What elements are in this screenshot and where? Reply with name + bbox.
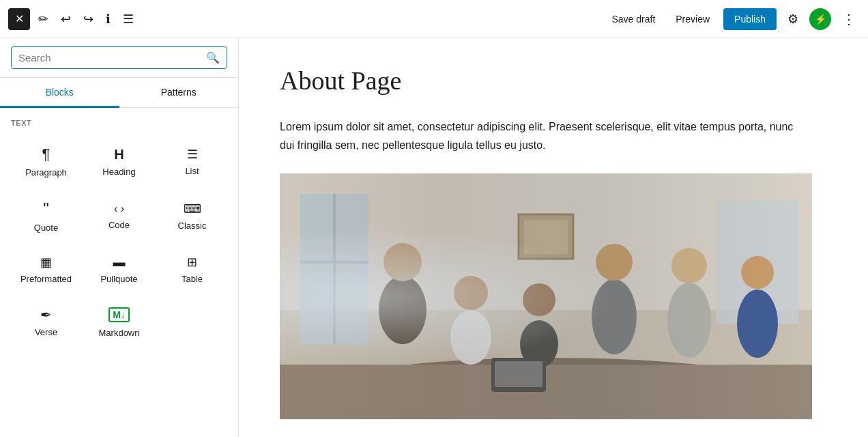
page-body-text: Lorem ipsum dolor sit amet, consectetur … [280,117,798,154]
table-label: Table [182,274,203,284]
main-layout: 🔍 Blocks Patterns TEXT ¶ Paragraph H Hea… [0,38,868,437]
redo-button[interactable]: ↪ [79,9,98,29]
list-label: List [185,166,199,176]
more-options-button[interactable]: ⋮ [838,8,860,30]
quote-label: Quote [34,223,58,233]
toolbar-right: Save draft Preview Publish ⚙ ⚡ ⋮ [605,8,860,30]
svg-point-9 [384,243,422,281]
block-item-verse[interactable]: ✒ Verse [11,296,81,347]
publish-button[interactable]: Publish [723,8,777,30]
svg-point-15 [596,244,633,281]
avatar[interactable]: ⚡ [809,8,831,30]
info-button[interactable]: ℹ [102,9,115,29]
toolbar: ✕ ✏ ↩ ↪ ℹ ☰ Save draft Preview Publish ⚙… [0,0,868,38]
tabs: Blocks Patterns [0,78,238,108]
svg-rect-23 [524,220,568,254]
markdown-label: Markdown [99,328,140,338]
classic-icon: ⌨ [184,203,201,215]
close-button[interactable]: ✕ [8,8,30,30]
svg-point-14 [592,279,637,354]
preformatted-label: Preformatted [20,274,72,284]
block-item-preformatted[interactable]: ▦ Preformatted [11,244,81,293]
block-item-quote[interactable]: " Quote [11,189,81,242]
settings-button[interactable]: ⚙ [783,9,802,29]
code-label: Code [108,220,130,230]
quote-icon: " [43,201,49,217]
paragraph-label: Paragraph [25,167,67,178]
blocks-grid: ¶ Paragraph H Heading ☰ List " Quote [11,135,227,347]
svg-point-12 [520,320,558,368]
list-icon: ☰ [187,148,198,160]
toolbar-left: ✕ ✏ ↩ ↪ ℹ ☰ [8,8,138,30]
svg-rect-5 [717,201,798,324]
svg-rect-2 [300,194,368,344]
pullquote-icon: ▬ [113,256,126,268]
block-item-list[interactable]: ☰ List [157,135,227,186]
block-item-classic[interactable]: ⌨ Classic [157,189,227,242]
verse-label: Verse [35,327,57,337]
block-item-pullquote[interactable]: ▬ Pullquote [84,244,154,293]
svg-point-6 [334,358,771,412]
code-icon: ‹ › [114,203,124,214]
svg-point-8 [379,276,426,344]
search-icon: 🔍 [206,51,220,64]
block-item-markdown[interactable]: M↓ Markdown [84,296,154,347]
page-title: About Page [280,66,827,96]
markdown-icon: M↓ [108,307,130,322]
search-input[interactable] [18,52,206,64]
list-view-button[interactable]: ☰ [119,9,138,29]
search-box-container: 🔍 [0,38,238,78]
photo-simulation [280,173,812,419]
paragraph-icon: ¶ [42,147,50,162]
search-input-wrapper: 🔍 [11,46,227,69]
save-draft-button[interactable]: Save draft [605,10,662,29]
svg-point-10 [450,310,491,365]
page-image [280,173,812,419]
svg-rect-1 [280,173,812,310]
section-label-text: TEXT [11,119,227,127]
svg-rect-0 [280,173,812,419]
svg-rect-7 [280,365,812,419]
svg-point-16 [667,283,711,358]
svg-rect-20 [491,358,546,392]
heading-label: Heading [102,167,135,177]
svg-rect-22 [519,214,573,259]
pullquote-label: Pullquote [100,274,137,284]
block-item-code[interactable]: ‹ › Code [84,189,154,242]
brush-button[interactable]: ✏ [34,9,53,29]
heading-icon: H [114,147,124,161]
table-icon: ⊞ [187,256,197,268]
block-item-paragraph[interactable]: ¶ Paragraph [11,135,81,186]
sidebar: 🔍 Blocks Patterns TEXT ¶ Paragraph H Hea… [0,38,239,437]
block-item-table[interactable]: ⊞ Table [157,244,227,293]
classic-label: Classic [178,221,207,231]
blocks-panel: TEXT ¶ Paragraph H Heading ☰ List [0,108,238,437]
tab-blocks[interactable]: Blocks [0,79,119,108]
preformatted-icon: ▦ [40,256,52,268]
svg-point-19 [741,256,774,289]
preview-button[interactable]: Preview [669,10,717,29]
verse-icon: ✒ [40,308,52,322]
undo-button[interactable]: ↩ [57,9,75,29]
tab-patterns[interactable]: Patterns [119,79,239,108]
svg-rect-21 [495,361,542,387]
svg-point-17 [671,248,707,283]
content-area: About Page Lorem ipsum dolor sit amet, c… [239,38,868,437]
block-item-heading[interactable]: H Heading [84,135,154,186]
svg-point-18 [737,290,778,358]
svg-point-13 [523,283,555,316]
svg-point-11 [454,276,488,310]
